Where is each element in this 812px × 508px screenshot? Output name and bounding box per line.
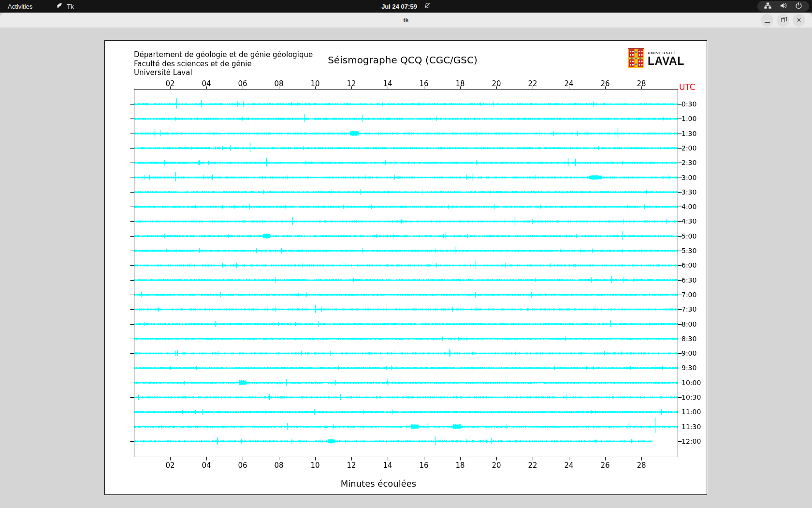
maximize-icon: [781, 18, 785, 22]
gnome-top-bar: Activities Tk Jul 24 07:59: [0, 0, 812, 13]
universite-laval-logo: UNIVERSITÉ LAVAL: [628, 48, 684, 70]
tk-app-indicator[interactable]: Tk: [56, 2, 73, 11]
activities-button[interactable]: Activities: [8, 3, 32, 10]
window-title: tk: [403, 16, 409, 24]
clock-label: Jul 24 07:59: [381, 3, 417, 10]
maximize-button[interactable]: [777, 14, 789, 27]
tk-app-label: Tk: [67, 3, 73, 10]
institution-line: Faculté des sciences et de génie: [134, 60, 313, 69]
utc-label: UTC: [679, 82, 696, 92]
close-button[interactable]: ×: [793, 14, 805, 27]
tk-window-content: Département de géologie et de génie géol…: [0, 28, 812, 508]
window-titlebar: tk ×: [0, 13, 812, 28]
minimize-icon: [765, 22, 770, 23]
desktop: Activities Tk Jul 24 07:59: [0, 0, 812, 508]
institution-block: Département de géologie et de génie géol…: [134, 50, 313, 77]
power-icon: [795, 2, 802, 11]
logo-text-laval: LAVAL: [648, 55, 684, 67]
x-axis-title: Minutes écoulées: [282, 478, 475, 489]
seismograph-plot: [105, 41, 707, 494]
minimize-button[interactable]: [761, 14, 773, 27]
notifications-muted-icon: [424, 2, 431, 11]
seismograph-canvas: Département de géologie et de génie géol…: [104, 40, 707, 495]
system-menu[interactable]: [757, 1, 809, 12]
volume-icon: [780, 2, 787, 11]
clock-menu[interactable]: Jul 24 07:59: [381, 2, 431, 11]
plot-title: Séismographe QCQ (CGC/GSC): [296, 54, 509, 66]
institution-line: Département de géologie et de génie géol…: [134, 50, 313, 60]
close-icon: ×: [797, 16, 801, 24]
laval-crest-icon: [628, 48, 644, 70]
network-wired-icon: [764, 2, 771, 11]
institution-line: Université Laval: [134, 68, 313, 77]
tk-feather-icon: [56, 2, 63, 11]
